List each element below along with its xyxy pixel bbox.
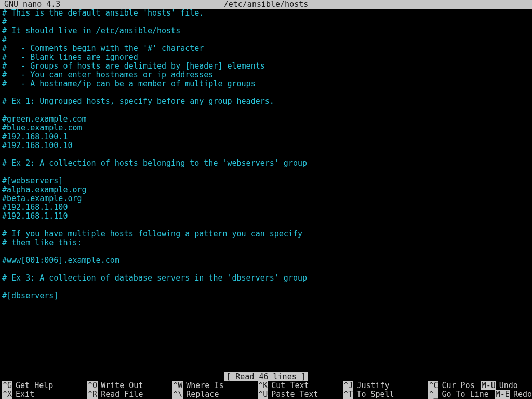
shortcut-label: Write Out bbox=[101, 381, 143, 390]
shortcut-label: Replace bbox=[186, 390, 219, 399]
editor-content[interactable]: # This is the default ansible 'hosts' fi… bbox=[0, 9, 532, 300]
shortcut-key: ^O bbox=[87, 381, 98, 390]
editor-line[interactable]: #alpha.example.org bbox=[2, 185, 530, 194]
shortcut-label: Cur Pos bbox=[442, 381, 474, 390]
editor-line[interactable]: #blue.example.com bbox=[2, 124, 530, 132]
shortcut-item[interactable]: ^_Go To LineM-ERedo bbox=[426, 390, 532, 399]
shortcut-key: M-U bbox=[481, 381, 496, 390]
editor-line[interactable]: #192.168.100.1 bbox=[2, 132, 530, 141]
shortcut-item[interactable]: ^WWhere Is bbox=[170, 381, 256, 390]
editor-line[interactable]: #192.168.1.100 bbox=[2, 203, 530, 212]
shortcut-key: ^K bbox=[258, 381, 268, 390]
editor-line[interactable] bbox=[2, 247, 530, 256]
editor-line[interactable]: #green.example.com bbox=[2, 115, 530, 124]
editor-line[interactable]: #[dbservers] bbox=[2, 291, 530, 300]
shortcut-key: ^R bbox=[87, 390, 98, 399]
shortcut-label: Justify bbox=[356, 381, 389, 390]
shortcut-item[interactable]: ^XExit bbox=[0, 390, 85, 399]
shortcut-item[interactable]: ^JJustify bbox=[341, 381, 426, 390]
shortcut-label: Read File bbox=[101, 390, 143, 399]
shortcut-item[interactable]: ^GGet Help bbox=[0, 381, 85, 390]
shortcut-bar: ^GGet Help^OWrite Out^WWhere Is^KCut Tex… bbox=[0, 381, 532, 399]
shortcut-key: ^\ bbox=[172, 390, 183, 399]
editor-line[interactable]: #192.168.1.110 bbox=[2, 212, 530, 221]
shortcut-label: To Spell bbox=[356, 390, 394, 399]
shortcut-key: ^U bbox=[258, 390, 268, 399]
shortcut-label: Exit bbox=[16, 390, 34, 399]
editor-line[interactable]: # bbox=[2, 18, 530, 26]
title-file: /etc/ansible/hosts bbox=[0, 0, 532, 9]
editor-line[interactable]: # bbox=[2, 35, 530, 44]
editor-line[interactable]: # It should live in /etc/ansible/hosts bbox=[2, 26, 530, 35]
shortcut-key: ^J bbox=[343, 381, 353, 390]
title-app: GNU nano 4.3 bbox=[0, 0, 60, 9]
editor-line[interactable] bbox=[2, 106, 530, 115]
shortcut-item[interactable]: ^TTo Spell bbox=[341, 390, 426, 399]
editor-line[interactable] bbox=[2, 88, 530, 97]
shortcut-key: ^C bbox=[428, 381, 438, 390]
editor-line[interactable]: # - You can enter hostnames or ip addres… bbox=[2, 71, 530, 79]
shortcut-key: ^W bbox=[172, 381, 183, 390]
editor-line[interactable]: # Ex 1: Ungrouped hosts, specify before … bbox=[2, 97, 530, 106]
editor-line[interactable]: # Ex 3: A collection of database servers… bbox=[2, 274, 530, 283]
status-message: [ Read 46 lines ] bbox=[224, 372, 308, 381]
shortcut-label: Get Help bbox=[16, 381, 53, 390]
nano-terminal: /etc/ansible/hosts GNU nano 4.3 # This i… bbox=[0, 0, 532, 399]
editor-line[interactable]: # - Groups of hosts are delimited by [he… bbox=[2, 62, 530, 71]
shortcut-item[interactable]: ^\Replace bbox=[170, 390, 256, 399]
status-bar: [ Read 46 lines ] bbox=[0, 373, 532, 381]
editor-line[interactable]: #www[001:006].example.com bbox=[2, 256, 530, 265]
shortcut-label: Redo bbox=[513, 390, 532, 399]
editor-line[interactable]: #[webservers] bbox=[2, 177, 530, 185]
editor-line[interactable]: # - Blank lines are ignored bbox=[2, 53, 530, 62]
editor-line[interactable]: # Ex 2: A collection of hosts belonging … bbox=[2, 159, 530, 168]
editor-line[interactable] bbox=[2, 221, 530, 230]
shortcut-key: M-E bbox=[495, 390, 510, 399]
shortcut-item[interactable]: ^KCut Text bbox=[256, 381, 341, 390]
shortcut-item[interactable]: ^CCur PosM-UUndo bbox=[426, 381, 532, 390]
editor-line[interactable]: # If you have multiple hosts following a… bbox=[2, 230, 530, 238]
shortcut-label: Undo bbox=[499, 381, 518, 390]
editor-line[interactable]: # - Comments begin with the '#' characte… bbox=[2, 44, 530, 53]
editor-line[interactable]: # - A hostname/ip can be a member of mul… bbox=[2, 79, 530, 88]
editor-line[interactable] bbox=[2, 283, 530, 291]
editor-line[interactable]: #beta.example.org bbox=[2, 194, 530, 203]
shortcut-key: ^T bbox=[343, 390, 353, 399]
shortcut-label: Paste Text bbox=[271, 390, 318, 399]
editor-line[interactable]: # This is the default ansible 'hosts' fi… bbox=[2, 9, 530, 18]
editor-line[interactable] bbox=[2, 265, 530, 274]
shortcut-item[interactable]: ^UPaste Text bbox=[256, 390, 341, 399]
editor-line[interactable] bbox=[2, 168, 530, 177]
editor-line[interactable]: #192.168.100.10 bbox=[2, 141, 530, 150]
title-bar: /etc/ansible/hosts GNU nano 4.3 bbox=[0, 0, 532, 9]
shortcut-item[interactable]: ^RRead File bbox=[85, 390, 170, 399]
shortcut-key: ^X bbox=[2, 390, 12, 399]
shortcut-key: ^_ bbox=[428, 390, 438, 399]
shortcut-label: Where Is bbox=[186, 381, 223, 390]
shortcut-label: Go To Line bbox=[442, 390, 488, 399]
shortcut-label: Cut Text bbox=[271, 381, 309, 390]
shortcut-key: ^G bbox=[2, 381, 12, 390]
shortcut-item[interactable]: ^OWrite Out bbox=[85, 381, 170, 390]
editor-line[interactable]: # them like this: bbox=[2, 238, 530, 247]
editor-line[interactable] bbox=[2, 150, 530, 159]
